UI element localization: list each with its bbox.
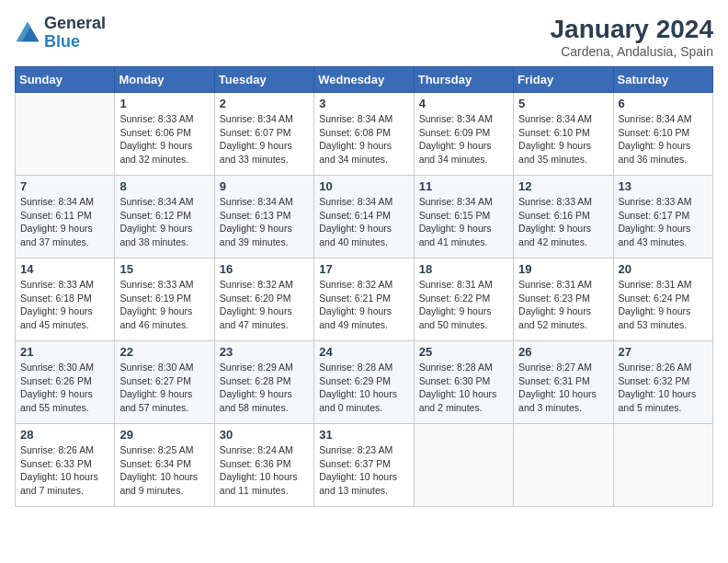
day-number: 20 — [619, 262, 708, 276]
day-number: 15 — [119, 262, 209, 276]
day-detail: Sunrise: 8:24 AMSunset: 6:36 PMDaylight:… — [220, 443, 309, 498]
weekday-header-saturday: Saturday — [613, 67, 712, 93]
calendar-cell: 25Sunrise: 8:28 AMSunset: 6:30 PMDayligh… — [414, 341, 513, 424]
day-detail: Sunrise: 8:31 AMSunset: 6:23 PMDaylight:… — [518, 278, 608, 332]
calendar-cell: 11Sunrise: 8:34 AMSunset: 6:15 PMDayligh… — [414, 176, 513, 259]
day-number: 12 — [518, 179, 608, 193]
page-header: General Blue January 2024 Cardena, Andal… — [15, 15, 713, 59]
weekday-header-tuesday: Tuesday — [214, 67, 313, 93]
calendar-cell: 19Sunrise: 8:31 AMSunset: 6:23 PMDayligh… — [514, 259, 613, 341]
week-row-2: 7Sunrise: 8:34 AMSunset: 6:11 PMDaylight… — [16, 176, 713, 259]
logo: General Blue — [15, 15, 106, 52]
day-detail: Sunrise: 8:32 AMSunset: 6:21 PMDaylight:… — [319, 278, 408, 332]
day-detail: Sunrise: 8:31 AMSunset: 6:24 PMDaylight:… — [619, 278, 708, 332]
weekday-header-friday: Friday — [514, 67, 613, 93]
calendar-cell: 17Sunrise: 8:32 AMSunset: 6:21 PMDayligh… — [314, 259, 414, 341]
day-number: 18 — [419, 262, 508, 276]
calendar-cell: 23Sunrise: 8:29 AMSunset: 6:28 PMDayligh… — [214, 341, 313, 424]
day-detail: Sunrise: 8:26 AMSunset: 6:33 PMDaylight:… — [20, 443, 109, 498]
day-detail: Sunrise: 8:25 AMSunset: 6:34 PMDaylight:… — [119, 443, 209, 498]
month-year: January 2024 — [551, 15, 713, 44]
day-detail: Sunrise: 8:34 AMSunset: 6:14 PMDaylight:… — [319, 195, 408, 249]
day-number: 30 — [220, 428, 309, 442]
day-number: 31 — [319, 428, 408, 442]
calendar-table: SundayMondayTuesdayWednesdayThursdayFrid… — [15, 66, 713, 507]
calendar-cell — [514, 424, 613, 507]
calendar-cell: 15Sunrise: 8:33 AMSunset: 6:19 PMDayligh… — [115, 259, 214, 341]
calendar-cell: 2Sunrise: 8:34 AMSunset: 6:07 PMDaylight… — [214, 93, 313, 176]
day-detail: Sunrise: 8:34 AMSunset: 6:09 PMDaylight:… — [419, 112, 508, 167]
day-number: 7 — [20, 179, 109, 193]
weekday-header-monday: Monday — [115, 67, 214, 93]
day-number: 4 — [419, 97, 508, 110]
calendar-cell — [16, 93, 115, 176]
day-detail: Sunrise: 8:27 AMSunset: 6:31 PMDaylight:… — [518, 361, 608, 415]
calendar-cell: 29Sunrise: 8:25 AMSunset: 6:34 PMDayligh… — [115, 424, 214, 507]
day-number: 22 — [119, 345, 209, 359]
calendar-cell: 21Sunrise: 8:30 AMSunset: 6:26 PMDayligh… — [16, 341, 115, 424]
calendar-body: 1Sunrise: 8:33 AMSunset: 6:06 PMDaylight… — [16, 93, 713, 507]
day-detail: Sunrise: 8:33 AMSunset: 6:06 PMDaylight:… — [119, 112, 209, 167]
calendar-cell: 14Sunrise: 8:33 AMSunset: 6:18 PMDayligh… — [16, 259, 115, 341]
day-detail: Sunrise: 8:23 AMSunset: 6:37 PMDaylight:… — [319, 443, 408, 498]
calendar-cell: 22Sunrise: 8:30 AMSunset: 6:27 PMDayligh… — [115, 341, 214, 424]
calendar-cell: 9Sunrise: 8:34 AMSunset: 6:13 PMDaylight… — [214, 176, 313, 259]
day-number: 10 — [319, 179, 408, 193]
day-detail: Sunrise: 8:34 AMSunset: 6:10 PMDaylight:… — [619, 112, 708, 167]
day-detail: Sunrise: 8:26 AMSunset: 6:32 PMDaylight:… — [619, 361, 708, 415]
day-number: 28 — [20, 428, 109, 442]
day-detail: Sunrise: 8:30 AMSunset: 6:26 PMDaylight:… — [20, 361, 109, 415]
day-detail: Sunrise: 8:34 AMSunset: 6:15 PMDaylight:… — [419, 195, 508, 249]
logo-blue: Blue — [44, 32, 80, 51]
day-number: 25 — [419, 345, 508, 359]
day-detail: Sunrise: 8:32 AMSunset: 6:20 PMDaylight:… — [220, 278, 309, 332]
calendar-cell: 8Sunrise: 8:34 AMSunset: 6:12 PMDaylight… — [115, 176, 214, 259]
logo-icon — [15, 20, 40, 46]
day-detail: Sunrise: 8:28 AMSunset: 6:30 PMDaylight:… — [419, 361, 508, 415]
calendar-cell: 30Sunrise: 8:24 AMSunset: 6:36 PMDayligh… — [214, 424, 313, 507]
weekday-header-thursday: Thursday — [414, 67, 513, 93]
day-number: 17 — [319, 262, 408, 276]
day-number: 9 — [220, 179, 309, 193]
day-detail: Sunrise: 8:34 AMSunset: 6:12 PMDaylight:… — [119, 195, 209, 249]
day-number: 5 — [518, 97, 608, 110]
day-number: 24 — [319, 345, 408, 359]
calendar-cell: 4Sunrise: 8:34 AMSunset: 6:09 PMDaylight… — [414, 93, 513, 176]
day-number: 27 — [619, 345, 708, 359]
location: Cardena, Andalusia, Spain — [551, 44, 713, 59]
calendar-cell: 24Sunrise: 8:28 AMSunset: 6:29 PMDayligh… — [314, 341, 414, 424]
calendar-cell: 26Sunrise: 8:27 AMSunset: 6:31 PMDayligh… — [514, 341, 613, 424]
day-number: 11 — [419, 179, 508, 193]
weekday-header-sunday: Sunday — [16, 67, 115, 93]
calendar-cell: 28Sunrise: 8:26 AMSunset: 6:33 PMDayligh… — [16, 424, 115, 507]
day-detail: Sunrise: 8:28 AMSunset: 6:29 PMDaylight:… — [319, 361, 408, 415]
day-detail: Sunrise: 8:33 AMSunset: 6:17 PMDaylight:… — [619, 195, 708, 249]
calendar-cell: 27Sunrise: 8:26 AMSunset: 6:32 PMDayligh… — [613, 341, 712, 424]
day-number: 21 — [20, 345, 109, 359]
day-detail: Sunrise: 8:33 AMSunset: 6:16 PMDaylight:… — [518, 195, 608, 249]
day-detail: Sunrise: 8:30 AMSunset: 6:27 PMDaylight:… — [119, 361, 209, 415]
day-number: 2 — [220, 97, 309, 110]
calendar-cell: 5Sunrise: 8:34 AMSunset: 6:10 PMDaylight… — [514, 93, 613, 176]
calendar-cell: 10Sunrise: 8:34 AMSunset: 6:14 PMDayligh… — [314, 176, 414, 259]
day-number: 26 — [518, 345, 608, 359]
calendar-cell: 3Sunrise: 8:34 AMSunset: 6:08 PMDaylight… — [314, 93, 414, 176]
day-detail: Sunrise: 8:34 AMSunset: 6:10 PMDaylight:… — [518, 112, 608, 167]
title-block: January 2024 Cardena, Andalusia, Spain — [551, 15, 713, 59]
day-number: 16 — [220, 262, 309, 276]
calendar-cell: 18Sunrise: 8:31 AMSunset: 6:22 PMDayligh… — [414, 259, 513, 341]
week-row-5: 28Sunrise: 8:26 AMSunset: 6:33 PMDayligh… — [16, 424, 713, 507]
calendar-cell: 7Sunrise: 8:34 AMSunset: 6:11 PMDaylight… — [16, 176, 115, 259]
calendar-cell: 12Sunrise: 8:33 AMSunset: 6:16 PMDayligh… — [514, 176, 613, 259]
day-number: 19 — [518, 262, 608, 276]
day-number: 8 — [119, 179, 209, 193]
day-detail: Sunrise: 8:34 AMSunset: 6:13 PMDaylight:… — [220, 195, 309, 249]
week-row-3: 14Sunrise: 8:33 AMSunset: 6:18 PMDayligh… — [16, 259, 713, 341]
calendar-cell: 6Sunrise: 8:34 AMSunset: 6:10 PMDaylight… — [613, 93, 712, 176]
day-detail: Sunrise: 8:29 AMSunset: 6:28 PMDaylight:… — [220, 361, 309, 415]
day-number: 13 — [619, 179, 708, 193]
calendar-cell: 31Sunrise: 8:23 AMSunset: 6:37 PMDayligh… — [314, 424, 414, 507]
calendar-cell: 16Sunrise: 8:32 AMSunset: 6:20 PMDayligh… — [214, 259, 313, 341]
calendar-cell: 1Sunrise: 8:33 AMSunset: 6:06 PMDaylight… — [115, 93, 214, 176]
day-number: 23 — [220, 345, 309, 359]
